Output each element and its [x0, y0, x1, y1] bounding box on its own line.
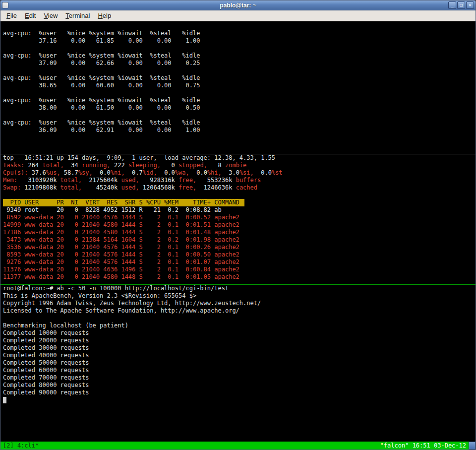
ab-line: Completed 20000 requests [0, 337, 476, 344]
ab-line: Completed 80000 requests [0, 382, 476, 389]
menu-terminal[interactable]: Terminal [61, 11, 94, 20]
terminal-screen[interactable]: avg-cpu: %user %nice %system %iowait %st… [0, 21, 476, 442]
top-process-row: 11377 www-data 20 0 21040 4580 1448 S 2 … [0, 273, 476, 281]
iostat-line: 38.00 0.00 61.50 0.00 0.00 0.50 [0, 104, 476, 112]
iostat-line: avg-cpu: %user %nice %system %iowait %st… [0, 52, 476, 60]
close-button[interactable]: ✕ [466, 1, 474, 9]
minimize-button[interactable]: _ [448, 1, 456, 9]
terminal-window: pablo@tar: ~ _ □ ✕ File Edit View Termin… [0, 0, 476, 450]
screen-status-bar: [2] 4:cli* "falcon" 16:51 03-Dec-12 [0, 442, 469, 450]
iostat-line [0, 67, 476, 74]
ab-line: Completed 30000 requests [0, 344, 476, 352]
maximize-button[interactable]: □ [457, 1, 465, 9]
top-summary-line: Tasks: 264 total, 34 running, 222 sleepi… [0, 162, 476, 169]
ab-line: Completed 70000 requests [0, 374, 476, 382]
status-window-list: [2] 4:cli* [3, 442, 39, 449]
top-summary-line: Swap: 12109808k total, 45240k used, 1206… [0, 184, 476, 192]
top-pane: top - 16:51:21 up 154 days, 9:09, 1 user… [0, 154, 476, 284]
iostat-line: 38.65 0.00 60.60 0.00 0.00 0.75 [0, 82, 476, 89]
ab-line: Copyright 1996 Adam Twiss, Zeus Technolo… [0, 300, 476, 307]
terminal-cursor [3, 397, 6, 403]
apachebench-pane: root@falcon:~# ab -c 50 -n 100000 http:/… [0, 285, 476, 442]
iostat-line: avg-cpu: %user %nice %system %iowait %st… [0, 30, 476, 37]
menu-view[interactable]: View [40, 11, 61, 20]
iostat-line [0, 112, 476, 119]
ab-line: Completed 10000 requests [0, 329, 476, 337]
iostat-line: 37.16 0.00 61.85 0.00 0.00 1.00 [0, 37, 476, 45]
top-process-row: 8592 www-data 20 0 21040 4576 1444 S 2 0… [0, 214, 476, 221]
ab-line: Licensed to The Apache Software Foundati… [0, 307, 476, 315]
iostat-line: avg-cpu: %user %nice %system %iowait %st… [0, 119, 476, 127]
apachebench-output: root@falcon:~# ab -c 50 -n 100000 http:/… [0, 285, 476, 396]
top-process-row: 17186 www-data 20 0 21040 4580 1444 S 2 … [0, 229, 476, 236]
menu-help[interactable]: Help [94, 11, 115, 20]
top-process-row: 3536 www-data 20 0 21040 4576 1444 S 2 0… [0, 244, 476, 251]
iostat-line: avg-cpu: %user %nice %system %iowait %st… [0, 74, 476, 82]
top-summary-line: top - 16:51:21 up 154 days, 9:09, 1 user… [0, 154, 476, 162]
window-title: pablo@tar: ~ [0, 2, 476, 9]
top-process-row: 9349 root 20 0 8228 4952 1512 R 21 0.2 0… [0, 206, 476, 214]
iostat-line: avg-cpu: %user %nice %system %iowait %st… [0, 97, 476, 104]
top-process-row: 11376 www-data 20 0 21040 4636 1496 S 2 … [0, 266, 476, 273]
top-process-list: 9349 root 20 0 8228 4952 1512 R 21 0.2 0… [0, 206, 476, 281]
top-summary: top - 16:51:21 up 154 days, 9:09, 1 user… [0, 154, 476, 199]
iostat-line [0, 22, 476, 30]
menubar: File Edit View Terminal Help [0, 10, 476, 21]
iostat-line: 37.09 0.00 62.66 0.00 0.00 0.25 [0, 60, 476, 67]
iostat-pane: avg-cpu: %user %nice %system %iowait %st… [0, 21, 476, 154]
ab-line: Completed 50000 requests [0, 359, 476, 367]
top-process-row: 14999 www-data 20 0 21040 4580 1444 S 2 … [0, 221, 476, 229]
top-summary-line [0, 192, 476, 199]
ab-line: This is ApacheBench, Version 2.3 <$Revis… [0, 292, 476, 300]
iostat-line [0, 45, 476, 52]
scrollbar-down-button[interactable] [469, 442, 476, 450]
menu-file[interactable]: File [2, 11, 21, 20]
ab-line: Benchmarking localhost (be patient) [0, 322, 476, 329]
iostat-line: 36.09 0.00 62.91 0.00 0.00 1.00 [0, 127, 476, 134]
top-process-row: 9276 www-data 20 0 21040 4576 1444 S 2 0… [0, 258, 476, 266]
top-header-row: PID USER PR NI VIRT RES SHR S %CPU %MEM … [3, 199, 244, 206]
ab-line: root@falcon:~# ab -c 50 -n 100000 http:/… [0, 285, 476, 292]
menu-edit[interactable]: Edit [21, 11, 40, 20]
ab-line: Completed 40000 requests [0, 352, 476, 359]
top-process-row: 8593 www-data 20 0 21040 4576 1444 S 2 0… [0, 251, 476, 258]
ab-line: Completed 60000 requests [0, 367, 476, 374]
ab-line: Completed 90000 requests [0, 389, 476, 396]
titlebar[interactable]: pablo@tar: ~ _ □ ✕ [0, 0, 476, 10]
ab-line [0, 315, 476, 322]
top-summary-line: Cpu(s): 37.6%us, 58.7%sy, 0.0%ni, 0.7%id… [0, 169, 476, 177]
top-summary-line: Mem: 3103920k total, 2175604k used, 9283… [0, 177, 476, 184]
iostat-line [0, 89, 476, 97]
top-process-row: 3473 www-data 20 0 21584 5164 1604 S 2 0… [0, 236, 476, 244]
window-controls: _ □ ✕ [448, 1, 474, 9]
bottom-row: [2] 4:cli* "falcon" 16:51 03-Dec-12 [0, 442, 476, 450]
status-host-clock: "falcon" 16:51 03-Dec-12 [380, 442, 466, 449]
